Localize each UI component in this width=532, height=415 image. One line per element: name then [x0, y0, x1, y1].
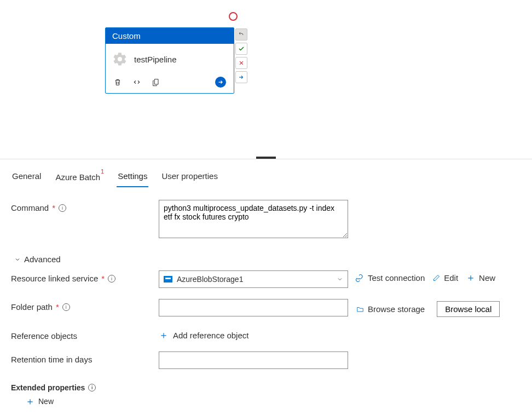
pipeline-canvas[interactable]: Custom testPipeline — [0, 0, 532, 159]
test-connection-button[interactable]: Test connection — [356, 273, 425, 283]
reference-objects-label: Reference objects — [11, 328, 159, 341]
pencil-icon — [432, 274, 441, 282]
gear-icon — [112, 51, 128, 67]
plus-icon: ＋ — [159, 330, 169, 340]
info-icon[interactable]: i — [108, 275, 115, 283]
folder-icon — [356, 306, 365, 313]
extended-properties-new-button[interactable]: ＋ New — [11, 393, 521, 406]
add-reference-object-button[interactable]: ＋ Add reference object — [159, 328, 248, 340]
failure-icon[interactable] — [235, 57, 247, 69]
settings-panel: Command*i Advanced Resource linked servi… — [0, 188, 532, 415]
info-icon[interactable]: i — [59, 204, 66, 212]
plus-icon: ＋ — [25, 396, 35, 406]
new-linked-service-button[interactable]: ＋ New — [466, 273, 495, 283]
delete-icon[interactable] — [113, 78, 122, 87]
success-icon[interactable] — [235, 43, 247, 55]
info-icon[interactable]: i — [62, 303, 70, 311]
edit-button[interactable]: Edit — [432, 273, 458, 283]
extended-properties-label: Extended propertiesi — [11, 380, 159, 392]
tab-azure-batch[interactable]: Azure Batch1 — [54, 168, 105, 187]
chevron-down-icon — [14, 256, 21, 263]
activity-name: testPipeline — [134, 55, 177, 64]
panel-divider — [0, 159, 532, 159]
properties-tabs: General Azure Batch1 Settings User prope… — [0, 159, 532, 188]
activity-card-custom[interactable]: Custom testPipeline — [105, 27, 234, 94]
folder-path-input[interactable] — [159, 299, 348, 316]
retention-time-label: Retention time in days — [11, 351, 159, 364]
chevron-down-icon — [337, 276, 343, 283]
resize-handle[interactable] — [256, 157, 276, 159]
activity-type-label: Custom — [106, 28, 234, 44]
copy-icon[interactable] — [152, 78, 160, 87]
activity-side-toolbar — [235, 28, 247, 83]
tab-user-properties[interactable]: User properties — [160, 168, 219, 187]
tab-azure-batch-label: Azure Batch — [55, 172, 100, 182]
tab-general[interactable]: General — [11, 168, 42, 187]
folder-path-label: Folder path*i — [11, 299, 159, 312]
undo-icon[interactable] — [235, 28, 247, 41]
skip-icon[interactable] — [235, 71, 247, 83]
command-input[interactable] — [159, 200, 348, 238]
browse-storage-button[interactable]: Browse storage — [356, 304, 425, 314]
resource-linked-service-label: Resource linked service*i — [11, 270, 159, 283]
resource-linked-service-select[interactable]: AzureBlobStorage1 — [159, 270, 348, 288]
code-icon[interactable] — [132, 78, 142, 87]
plus-icon: ＋ — [466, 273, 476, 283]
execute-icon[interactable] — [215, 77, 226, 88]
storage-icon — [164, 276, 172, 283]
retention-time-input[interactable] — [159, 351, 348, 369]
browse-local-button[interactable]: Browse local — [437, 301, 500, 317]
tab-azure-batch-badge: 1 — [101, 168, 104, 175]
command-label: Command*i — [11, 200, 159, 212]
info-icon[interactable]: i — [88, 384, 96, 391]
advanced-toggle[interactable]: Advanced — [11, 249, 521, 270]
validation-marker-icon — [229, 12, 238, 21]
plug-icon — [356, 273, 365, 282]
tab-settings[interactable]: Settings — [117, 168, 148, 187]
